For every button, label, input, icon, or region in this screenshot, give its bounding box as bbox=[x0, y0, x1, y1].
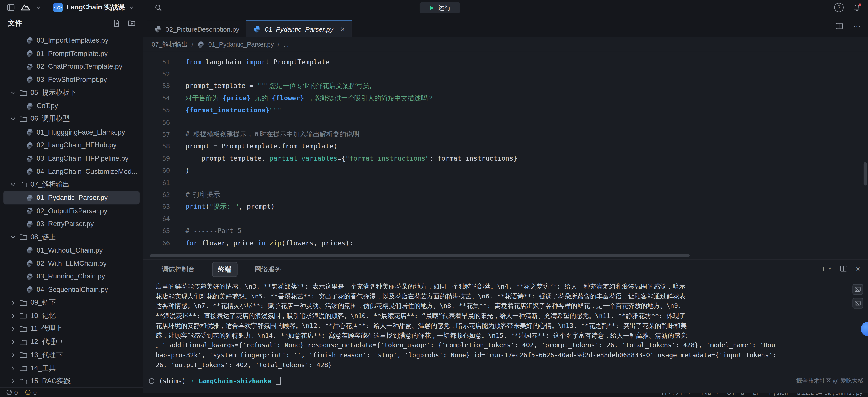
image-preview-icon[interactable] bbox=[852, 284, 863, 295]
line-number: 59 bbox=[144, 155, 170, 162]
image-preview-icon[interactable] bbox=[852, 298, 863, 309]
code-line[interactable]: 65# ------Part 5 bbox=[144, 225, 868, 237]
chevron-down-icon[interactable] bbox=[35, 5, 41, 10]
line-number: 54 bbox=[144, 94, 170, 102]
new-terminal-icon[interactable]: + bbox=[821, 265, 826, 272]
code-line[interactable]: 53prompt_template = """您是一位专业的鲜花店文案撰写员。 bbox=[144, 80, 868, 92]
code-text: {format_instructions}""" bbox=[170, 106, 281, 114]
tree-item[interactable]: 04_LangChain_CustomizeMod... bbox=[3, 165, 140, 178]
help-icon[interactable]: ? bbox=[834, 3, 844, 12]
tree-item[interactable]: 08_链上 bbox=[3, 231, 140, 244]
editor-tab[interactable]: 01_Pydantic_Parser.py× bbox=[247, 21, 352, 37]
tree-item[interactable]: 03_RetryParser.py bbox=[3, 217, 140, 231]
python-file-icon bbox=[26, 273, 33, 280]
tree-item[interactable]: 02_ChatPromptTemplate.py bbox=[3, 60, 140, 73]
project-switcher[interactable]: </> LangChain 实战课 bbox=[53, 3, 134, 12]
chevron-down-icon bbox=[10, 116, 16, 122]
terminal-line: 花店环境的安静和优雅，适合喜欢宁静氛围的顾客。\n12. **甜心花店**: 给… bbox=[156, 321, 842, 331]
code-line[interactable]: 58prompt = PromptTemplate.from_template( bbox=[144, 141, 868, 153]
title-bar-left: </> LangChain 实战课 bbox=[0, 2, 163, 12]
tree-item[interactable]: 10_记忆 bbox=[3, 309, 140, 323]
code-editor[interactable]: 51from langchain import PromptTemplate52… bbox=[144, 52, 868, 259]
tree-item[interactable]: 15_RAG实践 bbox=[3, 375, 140, 387]
line-number: 62 bbox=[144, 191, 170, 198]
line-number: 55 bbox=[144, 106, 170, 114]
code-line[interactable]: 61 bbox=[144, 177, 868, 189]
tree-item[interactable]: 00_ImportTemplates.py bbox=[3, 34, 140, 47]
horizontal-scrollbar[interactable] bbox=[150, 254, 690, 257]
code-line[interactable]: 64 bbox=[144, 213, 868, 225]
code-line[interactable]: 63print("提示: ", prompt) bbox=[144, 201, 868, 213]
new-folder-icon[interactable] bbox=[127, 19, 136, 28]
terminal-line: bao-pro-32k', 'system_fingerprint': '', … bbox=[156, 350, 842, 360]
tree-item[interactable]: 01_PromptTemplate.py bbox=[3, 47, 140, 60]
vertical-scrollbar[interactable] bbox=[864, 162, 867, 185]
tree-item[interactable]: 04_SequentialChain.py bbox=[3, 283, 140, 296]
tree-item[interactable]: CoT.py bbox=[3, 99, 140, 113]
code-line[interactable]: 52 bbox=[144, 68, 868, 80]
tree-item-label: 01_Without_Chain.py bbox=[37, 246, 103, 254]
terminal-line: 店里的鲜花能传递美好的情感。\n3. **繁花部落**: 表示这里是一个充满各种… bbox=[156, 282, 842, 292]
terminal-dropdown-icon[interactable]: ˅ bbox=[829, 266, 831, 271]
folder-icon bbox=[19, 181, 27, 188]
tree-item[interactable]: 02_OutputFixParser.py bbox=[3, 204, 140, 217]
python-file-icon bbox=[26, 286, 33, 294]
tree-item[interactable]: 12_代理中 bbox=[3, 336, 140, 349]
tree-item[interactable]: 13_代理下 bbox=[3, 349, 140, 362]
editor-tab[interactable]: 02_PictureDescription.py bbox=[147, 21, 247, 37]
notifications-bell-icon[interactable] bbox=[852, 3, 861, 12]
tree-item[interactable]: 02_With_LLMChain.py bbox=[3, 257, 140, 270]
tree-item[interactable]: 01_Without_Chain.py bbox=[3, 244, 140, 257]
python-file-icon bbox=[26, 207, 33, 215]
split-editor-icon[interactable] bbox=[835, 22, 844, 30]
close-panel-icon[interactable]: × bbox=[856, 265, 860, 272]
code-line[interactable]: 62# 打印提示 bbox=[144, 189, 868, 201]
code-line[interactable]: 66for flower, price in zip(flowers, pric… bbox=[144, 237, 868, 249]
folder-icon bbox=[19, 312, 27, 319]
panel-tab[interactable]: 终端 bbox=[212, 262, 238, 276]
code-line[interactable]: 60) bbox=[144, 164, 868, 177]
split-panel-icon[interactable] bbox=[840, 265, 847, 272]
more-actions-icon[interactable]: ⋯ bbox=[852, 22, 861, 30]
tree-item[interactable]: 01_Pydantic_Parser.py bbox=[3, 191, 140, 204]
tree-item[interactable]: 14_工具 bbox=[3, 362, 140, 375]
layout-sidebar-icon[interactable] bbox=[5, 2, 16, 12]
tree-item[interactable]: 03_LangChain_HFPipeline.py bbox=[3, 152, 140, 165]
run-button[interactable]: 运行 bbox=[420, 2, 460, 13]
bottom-panel: 调试控制台终端网络服务 + ˅ × 店里的鲜花能传递美好的情感。\n3. **繁… bbox=[144, 259, 868, 393]
tree-item[interactable]: 03_Running_Chain.py bbox=[3, 270, 140, 283]
errors-status[interactable]: 0 bbox=[5, 389, 18, 396]
code-line[interactable]: 59 prompt_template, partial_variables={"… bbox=[144, 153, 868, 164]
code-line[interactable]: 51from langchain import PromptTemplate bbox=[144, 56, 868, 68]
app-logo-icon[interactable] bbox=[20, 3, 31, 12]
code-line[interactable]: 55{format_instructions}""" bbox=[144, 104, 868, 116]
close-icon[interactable]: × bbox=[340, 26, 345, 33]
tree-item[interactable]: 02_LangChain_HFHub.py bbox=[3, 139, 140, 152]
tree-item[interactable]: 09_链下 bbox=[3, 296, 140, 309]
tree-item[interactable]: 11_代理上 bbox=[3, 323, 140, 336]
breadcrumb-item[interactable]: 07_解析输出 bbox=[152, 40, 188, 49]
panel-tab[interactable]: 调试控制台 bbox=[156, 262, 201, 276]
folder-icon bbox=[19, 338, 27, 346]
terminal-prompt[interactable]: (shims) ➜ LangChain-shizhanke bbox=[149, 377, 868, 385]
chevron-down-icon bbox=[10, 90, 16, 96]
search-icon[interactable] bbox=[153, 2, 163, 12]
panel-tab[interactable]: 网络服务 bbox=[249, 262, 287, 276]
tree-item[interactable]: 01_HugggingFace_Llama.py bbox=[3, 125, 140, 139]
folder-icon bbox=[19, 115, 27, 123]
breadcrumb-item[interactable]: 01_Pydantic_Parser.py bbox=[208, 41, 274, 48]
tree-item[interactable]: 06_调用模型 bbox=[3, 113, 140, 126]
tree-item[interactable]: 03_FewShotPrompt.py bbox=[3, 73, 140, 86]
tree-item[interactable]: 05_提示模板下 bbox=[3, 86, 140, 99]
tree-item-label: 10_记忆 bbox=[30, 311, 56, 320]
code-text: from langchain import PromptTemplate bbox=[170, 58, 330, 66]
code-line[interactable]: 56 bbox=[144, 116, 868, 128]
warnings-status[interactable]: 0 bbox=[24, 389, 37, 396]
breadcrumb-item[interactable]: ... bbox=[283, 41, 289, 48]
new-file-icon[interactable] bbox=[112, 19, 121, 28]
terminal-output[interactable]: 店里的鲜花能传递美好的情感。\n3. **繁花部落**: 表示这里是一个充满各种… bbox=[144, 278, 868, 370]
code-line[interactable]: 54对于售价为 {price} 元的 {flower} ，您能提供一个吸引人的简… bbox=[144, 92, 868, 104]
tree-item[interactable]: 07_解析输出 bbox=[3, 178, 140, 191]
code-line[interactable]: 57# 根据模板创建提示，同时在提示中加入输出解析器的说明 bbox=[144, 128, 868, 141]
breadcrumb[interactable]: 07_解析输出/01_Pydantic_Parser.py/... bbox=[144, 37, 868, 52]
